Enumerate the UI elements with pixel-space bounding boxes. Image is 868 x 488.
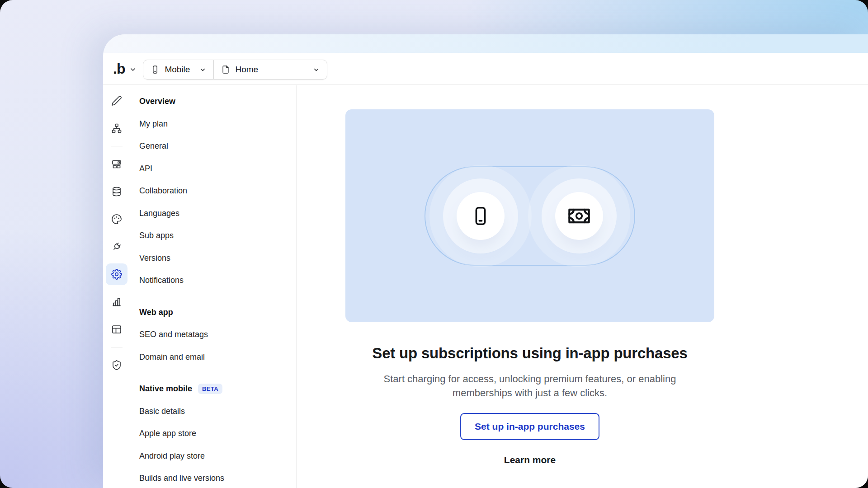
sidebar-item-logs[interactable] [106, 291, 127, 313]
setup-in-app-purchases-button[interactable]: Set up in-app purchases [460, 413, 599, 440]
nav-item-builds-and-live-versions[interactable]: Builds and live versions [130, 467, 296, 488]
page-description: Start charging for access, unlocking pre… [369, 372, 690, 400]
beta-badge: BETA [198, 384, 222, 394]
palette-icon [111, 214, 122, 225]
chevron-down-icon [129, 66, 137, 73]
toolbar: .b Mobile [103, 34, 868, 85]
sidebar-item-workflow[interactable] [106, 117, 127, 139]
nav-item-domain-and-email[interactable]: Domain and email [130, 346, 296, 369]
nav-item-notifications[interactable]: Notifications [130, 269, 296, 292]
editor-icon-rail [103, 85, 130, 488]
bar-chart-icon [111, 296, 122, 307]
nav-item-collaboration[interactable]: Collaboration [130, 180, 296, 202]
nav-item-seo-and-metatags[interactable]: SEO and metatags [130, 324, 296, 346]
illustration-circle-phone [457, 192, 505, 240]
nav-item-apple-app-store[interactable]: Apple app store [130, 422, 296, 445]
rail-divider [111, 347, 123, 347]
chevron-down-icon [313, 66, 320, 73]
settings-gear-icon [111, 269, 122, 280]
banknote-icon [567, 204, 591, 228]
database-icon [111, 186, 122, 197]
app-window: .b Mobile [103, 34, 868, 488]
bubble-logo: .b [113, 61, 125, 78]
sidebar-item-security[interactable] [106, 354, 127, 376]
desktop-background: .b Mobile [0, 0, 868, 488]
page-selector[interactable]: Home [214, 60, 327, 79]
sidebar-item-layout[interactable] [106, 319, 127, 340]
nav-item-versions[interactable]: Versions [130, 247, 296, 270]
nav-section-header-native-mobile: Native mobile BETA [130, 378, 296, 400]
nav-item-languages[interactable]: Languages [130, 202, 296, 225]
sidebar-item-plugins[interactable] [106, 236, 127, 258]
plugin-icon [111, 241, 122, 252]
sidebar-item-settings[interactable] [106, 263, 127, 285]
chevron-down-icon [199, 66, 206, 73]
workflow-icon [111, 123, 122, 134]
hero-illustration-card [345, 109, 714, 322]
illustration-circle-money [555, 192, 603, 240]
app-menu[interactable]: .b [113, 61, 137, 78]
settings-nav: Overview My plan General API Collaborati… [130, 85, 297, 488]
environment-selector[interactable]: Mobile [143, 60, 214, 79]
nav-item-general[interactable]: General [130, 135, 296, 158]
nav-item-my-plan[interactable]: My plan [130, 113, 296, 136]
shield-check-icon [111, 360, 122, 371]
rail-divider [111, 146, 123, 146]
nav-section-header-overview: Overview [130, 90, 296, 113]
sidebar-item-data[interactable] [106, 181, 127, 202]
page-icon [221, 65, 230, 74]
page-label: Home [235, 65, 258, 75]
main-content: Set up subscriptions using in-app purcha… [345, 109, 714, 465]
nav-item-android-play-store[interactable]: Android play store [130, 445, 296, 468]
sidebar-item-components[interactable] [106, 153, 127, 175]
sidebar-item-design[interactable] [106, 90, 127, 112]
context-selectors: Mobile Home [143, 60, 327, 80]
smartphone-icon [151, 65, 160, 74]
learn-more-link[interactable]: Learn more [504, 455, 556, 465]
pencil-icon [111, 95, 122, 106]
environment-label: Mobile [165, 65, 190, 75]
nav-item-api[interactable]: API [130, 158, 296, 180]
illustration-pill [425, 166, 635, 266]
nav-section-header-web-app: Web app [130, 301, 296, 324]
layout-icon [111, 324, 122, 335]
sidebar-item-styles[interactable] [106, 208, 127, 230]
smartphone-icon [470, 206, 491, 226]
nav-item-sub-apps[interactable]: Sub apps [130, 225, 296, 247]
nav-item-basic-details[interactable]: Basic details [130, 400, 296, 423]
page-title: Set up subscriptions using in-app purcha… [345, 345, 714, 362]
components-icon [111, 159, 122, 169]
